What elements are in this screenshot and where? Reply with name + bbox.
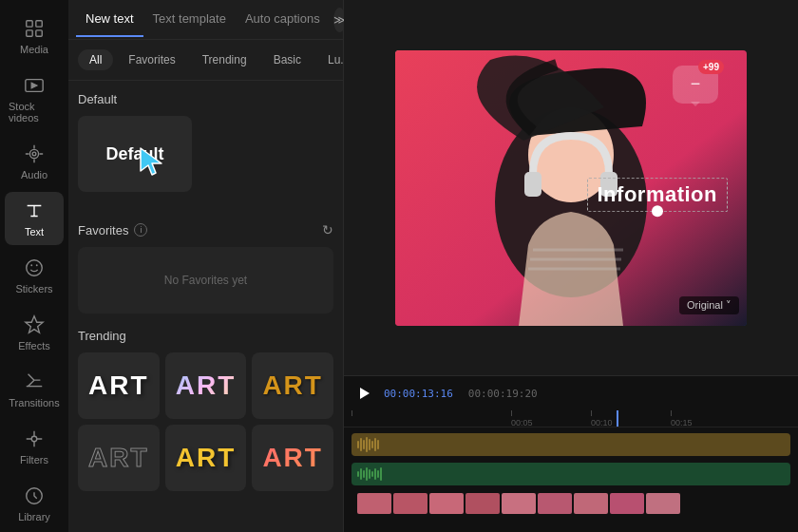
- video-waveform: [357, 437, 379, 452]
- main-area: − +99 Information Original ˅: [344, 0, 798, 532]
- svg-point-5: [29, 149, 38, 158]
- sidebar-item-audio[interactable]: Audio: [5, 135, 64, 188]
- sidebar-item-media[interactable]: Media: [5, 10, 64, 63]
- no-favorites-text: No Favorites yet: [164, 274, 247, 287]
- notification-count: +99: [698, 60, 724, 74]
- ruler-label-15: 00:15: [671, 418, 693, 428]
- trending-section-label: Trending: [78, 329, 333, 343]
- tab-auto-captions[interactable]: Auto captions: [236, 2, 330, 37]
- trending-card-2[interactable]: ART: [165, 352, 247, 419]
- strip-thumb: [646, 493, 680, 514]
- text-overlay-label: Information: [598, 182, 718, 206]
- chat-bubble-container: − +99: [673, 66, 718, 104]
- wave-bar: [360, 438, 362, 451]
- svg-rect-2: [27, 30, 32, 36]
- image-strip-clip[interactable]: [352, 492, 790, 515]
- filter-bar: All Favorites Trending Basic Lu... ∨: [68, 40, 343, 81]
- default-text-card[interactable]: Default: [78, 116, 192, 192]
- strip-thumb: [574, 493, 608, 514]
- svg-rect-18: [524, 172, 542, 197]
- svg-marker-20: [360, 388, 370, 399]
- original-badge[interactable]: Original ˅: [679, 296, 739, 314]
- chip-all[interactable]: All: [78, 49, 113, 70]
- stickers-icon: [23, 256, 46, 279]
- preview-image-container: − +99 Information Original ˅: [395, 50, 747, 326]
- panel-content: Default Default Favorites i ↻ No Favorit…: [68, 81, 343, 532]
- audio-clip[interactable]: [352, 463, 790, 485]
- trending-card-3[interactable]: ART: [252, 352, 333, 419]
- trending-card-6[interactable]: ART: [252, 425, 333, 491]
- trending-card-4-text: ART: [88, 443, 149, 473]
- timeline-ruler: 00:05 00:10 00:15: [344, 410, 798, 428]
- sidebar-item-label: Effects: [18, 340, 49, 352]
- sidebar-item-text[interactable]: Text: [5, 192, 64, 245]
- ruler-mark-10: 00:10: [591, 410, 671, 428]
- wave-bar: [366, 467, 368, 481]
- svg-marker-10: [26, 316, 43, 332]
- video-clip[interactable]: [352, 433, 790, 456]
- sidebar-item-filters[interactable]: Filters: [5, 420, 64, 473]
- text-overlay-box: Information: [587, 178, 729, 212]
- trending-card-4[interactable]: ART: [78, 425, 160, 491]
- text-handle[interactable]: [652, 205, 663, 217]
- timeline-playhead[interactable]: [617, 410, 618, 427]
- wave-bar: [371, 441, 373, 448]
- minus-icon: −: [691, 74, 701, 94]
- ruler-tick: [671, 410, 672, 416]
- wave-bar: [377, 470, 379, 478]
- wave-bar: [363, 440, 365, 449]
- svg-point-12: [31, 436, 37, 442]
- audio-waveform: [357, 466, 382, 482]
- play-button[interactable]: [352, 381, 376, 406]
- media-icon: [23, 17, 46, 40]
- sidebar-item-label: Media: [20, 44, 48, 55]
- favorites-section-header: Favorites i ↻: [78, 222, 333, 238]
- trending-card-3-text: ART: [262, 370, 323, 401]
- sidebar-item-stickers[interactable]: Stickers: [5, 249, 64, 302]
- favorites-label-group: Favorites i: [78, 223, 147, 238]
- tracks-area: [344, 428, 798, 532]
- favorites-info-icon[interactable]: i: [134, 223, 147, 237]
- default-card-label: Default: [105, 144, 163, 164]
- sidebar-item-label: Text: [25, 226, 44, 238]
- chip-basic[interactable]: Basic: [262, 49, 313, 70]
- strip-thumb: [502, 493, 536, 514]
- chip-favorites[interactable]: Favorites: [117, 49, 186, 70]
- no-favorites-box: No Favorites yet: [78, 247, 333, 314]
- video-track: [344, 431, 798, 458]
- wave-bar: [363, 470, 365, 478]
- strip-thumb: [538, 493, 572, 514]
- wave-bar: [374, 468, 376, 480]
- sidebar-item-library[interactable]: Library: [5, 477, 64, 530]
- ruler-marks: 00:05 00:10 00:15: [352, 410, 790, 428]
- sidebar-item-stock-videos[interactable]: Stock videos: [5, 66, 64, 131]
- wave-bar: [366, 437, 368, 452]
- chip-trending[interactable]: Trending: [191, 49, 258, 70]
- audio-track: [344, 461, 798, 487]
- ruler-tick: [591, 410, 592, 416]
- favorites-refresh-icon[interactable]: ↻: [322, 222, 333, 238]
- preview-area: − +99 Information Original ˅: [344, 0, 798, 375]
- tab-text-template[interactable]: Text template: [143, 2, 236, 37]
- tab-new-text[interactable]: New text: [76, 2, 143, 37]
- wave-bar: [374, 438, 376, 451]
- trending-grid: ART ART ART ART ART ART: [78, 352, 333, 491]
- text-panel: New text Text template Auto captions ≫ A…: [68, 0, 344, 532]
- trending-card-5[interactable]: ART: [165, 425, 247, 491]
- sidebar-item-label: Stock videos: [9, 101, 60, 124]
- sidebar-item-transitions[interactable]: Transitions: [5, 363, 64, 416]
- wave-bar: [357, 441, 359, 448]
- strip-thumb: [466, 493, 500, 514]
- timeline-controls: 00:00:13:16 00:00:19:20: [344, 376, 798, 410]
- trending-card-1[interactable]: ART: [78, 352, 160, 419]
- text-overlay-container[interactable]: Information: [587, 178, 729, 212]
- image-strip-track: [344, 490, 798, 517]
- notification-badge: − +99: [673, 66, 718, 104]
- wave-bar: [380, 467, 382, 481]
- trending-card-6-text: ART: [262, 443, 323, 473]
- favorites-label: Favorites: [78, 223, 128, 238]
- ruler-label-10: 00:10: [591, 418, 613, 428]
- sidebar-item-effects[interactable]: Effects: [5, 306, 64, 359]
- strip-thumb: [429, 493, 464, 514]
- timeline-area: 00:00:13:16 00:00:19:20 00:05 00:10: [344, 375, 798, 532]
